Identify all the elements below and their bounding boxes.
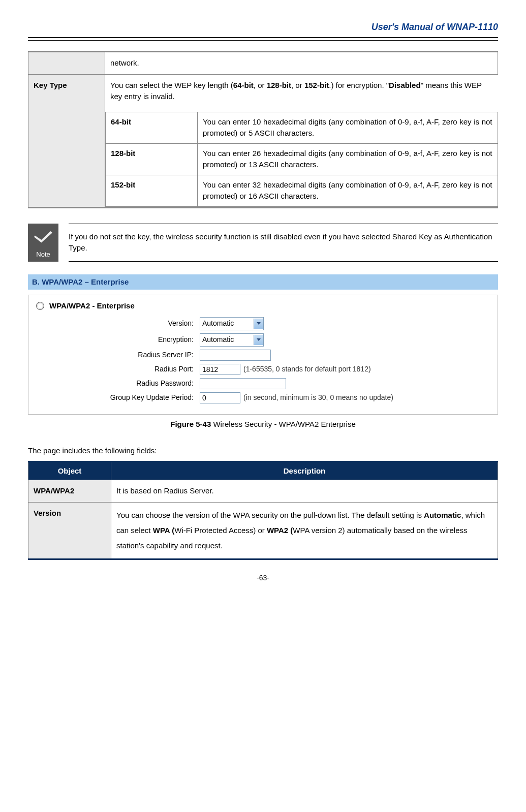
bold-64: 64-bit [233, 81, 254, 89]
bold: Automatic [424, 511, 461, 519]
note-icon-label: Note [36, 249, 50, 260]
network-cell: network. [105, 52, 498, 75]
note-text: If you do not set the key, the wireless … [69, 224, 498, 262]
version-select[interactable]: Automatic [200, 317, 264, 330]
text: .) for encryption. " [329, 81, 389, 89]
chevron-down-icon [254, 335, 263, 345]
radio-enterprise-row: WPA/WPA2 - Enterprise [36, 300, 490, 312]
table-row: 128-bit You can enter 26 hexadecimal dig… [106, 143, 498, 175]
sub-152-desc: You can enter 32 hexadecimal digits (any… [198, 175, 498, 206]
header-rule-thin [28, 40, 498, 41]
radius-port-label: Radius Port: [36, 364, 200, 374]
key-type-label: Key Type [28, 74, 105, 207]
bold-152: 152-bit [304, 81, 329, 89]
table-row: Key Type You can select the WEP key leng… [28, 74, 498, 207]
version-row: Version: Automatic [36, 317, 490, 330]
text: You can choose the version of the WPA se… [116, 511, 424, 519]
key-type-content: You can select the WEP key length (64-bi… [105, 74, 498, 207]
key-type-table: network. Key Type You can select the WEP… [28, 51, 498, 208]
bold: WPA2 ( [267, 526, 293, 535]
sub-128-desc: You can enter 26 hexadecimal digits (any… [198, 143, 498, 175]
version-label-cell: Version [28, 502, 111, 559]
radius-pw-input[interactable] [200, 378, 286, 389]
fields-intro: The page includes the following fields: [28, 445, 498, 457]
group-key-input[interactable] [200, 392, 240, 403]
encryption-label: Encryption: [36, 334, 200, 345]
text: Wi-Fi Protected Access) or [174, 526, 267, 535]
encryption-row: Encryption: Automatic [36, 333, 490, 347]
encryption-select[interactable]: Automatic [200, 333, 264, 347]
figure-caption-bold: Figure 5-43 [170, 420, 211, 428]
version-label: Version: [36, 318, 200, 329]
chevron-down-icon [254, 319, 263, 329]
radio-label: WPA/WPA2 - Enterprise [49, 300, 135, 312]
table-row: 152-bit You can enter 32 hexadecimal dig… [106, 175, 498, 206]
radius-ip-label: Radius Server IP: [36, 350, 200, 360]
page-number: -63- [28, 573, 498, 583]
figure-caption-text: Wireless Security - WPA/WPA2 Enterprise [211, 420, 356, 428]
table-header-row: Object Description [28, 461, 498, 480]
bold-128: 128-bit [267, 81, 291, 89]
wpa-label: WPA/WPA2 [28, 480, 111, 503]
figure-caption: Figure 5-43 Wireless Security - WPA/WPA2… [28, 419, 498, 430]
col-object: Object [28, 461, 111, 480]
table-row: 64-bit You can enter 10 hexadecimal digi… [106, 112, 498, 143]
text: , or [254, 81, 267, 89]
table-row: network. [28, 52, 498, 75]
sub-64-label: 64-bit [106, 112, 198, 143]
note-icon: Note [28, 224, 58, 262]
figure-panel: WPA/WPA2 - Enterprise Version: Automatic… [28, 295, 498, 415]
sub-64-desc: You can enter 10 hexadecimal digits (any… [198, 112, 498, 143]
version-value: Automatic [202, 318, 234, 329]
sub-152-label: 152-bit [106, 175, 198, 206]
radius-pw-label: Radius Password: [36, 378, 200, 389]
header-rule-thick [28, 37, 498, 38]
bold-disabled: Disabled [389, 81, 421, 89]
table-row: Version You can choose the version of th… [28, 502, 498, 559]
bold: WPA ( [153, 526, 175, 535]
text: , or [291, 81, 304, 89]
group-key-row: Group Key Update Period: (in second, min… [36, 392, 490, 403]
section-heading: B. WPA/WPA2 – Enterprise [28, 274, 498, 290]
table-row: WPA/WPA2 It is based on Radius Server. [28, 480, 498, 503]
group-key-label: Group Key Update Period: [36, 392, 200, 403]
version-desc: You can choose the version of the WPA se… [111, 502, 498, 559]
group-key-hint: (in second, minimum is 30, 0 means no up… [243, 392, 393, 403]
wpa-desc: It is based on Radius Server. [111, 480, 498, 503]
radius-ip-input[interactable] [200, 350, 271, 361]
col-description: Description [111, 461, 498, 480]
radius-pw-row: Radius Password: [36, 378, 490, 389]
note-block: Note If you do not set the key, the wire… [28, 224, 498, 262]
encryption-value: Automatic [202, 334, 234, 345]
key-type-intro: You can select the WEP key length (64-bi… [105, 75, 498, 108]
radius-port-row: Radius Port: (1-65535, 0 stands for defa… [36, 364, 490, 375]
text: You can select the WEP key length ( [110, 81, 233, 89]
radius-ip-row: Radius Server IP: [36, 350, 490, 361]
fields-table: Object Description WPA/WPA2 It is based … [28, 461, 498, 560]
page-header-title: User's Manual of WNAP-1110 [28, 20, 498, 34]
radio-icon[interactable] [36, 302, 44, 310]
radius-port-input[interactable] [200, 364, 240, 375]
sub-128-label: 128-bit [106, 143, 198, 175]
key-length-subtable: 64-bit You can enter 10 hexadecimal digi… [105, 112, 498, 207]
radius-port-hint: (1-65535, 0 stands for default port 1812… [243, 364, 371, 374]
empty-label-cell [28, 52, 105, 75]
